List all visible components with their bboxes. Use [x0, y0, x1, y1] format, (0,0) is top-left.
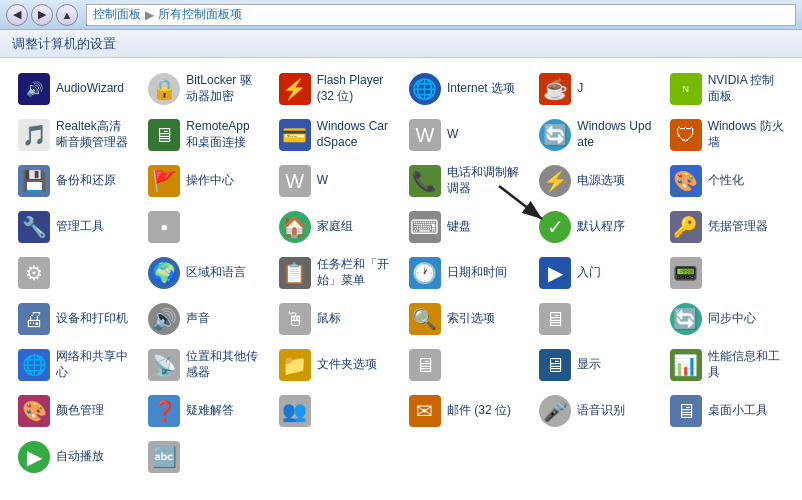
grid-item-datetime[interactable]: 🕐日期和时间: [401, 250, 531, 296]
grid-item-winupdate[interactable]: 🔄Windows Update: [531, 112, 661, 158]
unknown6-icon: 🖥: [539, 303, 571, 335]
address-all-items[interactable]: 所有控制面板项: [158, 6, 242, 23]
grid-item-unknown8[interactable]: 👥: [271, 388, 401, 434]
grid-item-region[interactable]: 🌍区域和语言: [140, 250, 270, 296]
internet-label: Internet 选项: [447, 81, 515, 97]
grid-item-device[interactable]: 🖨设备和打印机: [10, 296, 140, 342]
grid-item-display[interactable]: 🖥显示: [531, 342, 661, 388]
title-bar: ◀ ▶ ▲ 控制面板 ▶ 所有控制面板项: [0, 0, 802, 30]
manage-label: 管理工具: [56, 219, 104, 235]
java-icon: ☕: [539, 73, 571, 105]
grid-item-mail[interactable]: ✉邮件 (32 位): [401, 388, 531, 434]
grid-item-winfirewall[interactable]: 🛡Windows 防火墙: [662, 112, 792, 158]
grid-item-wincardspace[interactable]: 💳Windows CardSpace: [271, 112, 401, 158]
sync-label: 同步中心: [708, 311, 756, 327]
unknown5-icon: 📟: [670, 257, 702, 289]
grid-item-sync[interactable]: 🔄同步中心: [662, 296, 792, 342]
grid-item-unknown4[interactable]: ⚙: [10, 250, 140, 296]
speech-icon: 🎤: [539, 395, 571, 427]
phone-icon: 📞: [409, 165, 441, 197]
mouse-icon: 🖱: [279, 303, 311, 335]
grid-item-folder[interactable]: 📁文件夹选项: [271, 342, 401, 388]
up-button[interactable]: ▲: [56, 4, 78, 26]
autoplay-label: 自动播放: [56, 449, 104, 465]
grid-item-default[interactable]: ✓默认程序: [531, 204, 661, 250]
internet-icon: 🌐: [409, 73, 441, 105]
troubleshoot-icon: ❓: [148, 395, 180, 427]
grid-item-location[interactable]: 📡位置和其他传感器: [140, 342, 270, 388]
grid-item-color[interactable]: 🎨颜色管理: [10, 388, 140, 434]
troubleshoot-label: 疑难解答: [186, 403, 234, 419]
indexing-icon: 🔍: [409, 303, 441, 335]
indexing-label: 索引选项: [447, 311, 495, 327]
display-label: 显示: [577, 357, 601, 373]
datetime-label: 日期和时间: [447, 265, 507, 281]
grid-item-unknown6[interactable]: 🖥: [531, 296, 661, 342]
grid-item-nvidia[interactable]: NNVIDIA 控制面板: [662, 66, 792, 112]
getstarted-label: 入门: [577, 265, 601, 281]
grid-item-sound[interactable]: 🔊声音: [140, 296, 270, 342]
grid-item-manage[interactable]: 🔧管理工具: [10, 204, 140, 250]
folder-label: 文件夹选项: [317, 357, 377, 373]
audiowizard-label: AudioWizard: [56, 81, 124, 97]
device-label: 设备和打印机: [56, 311, 128, 327]
grid-item-unknown9[interactable]: 🔤: [140, 434, 270, 480]
grid-item-audiowizard[interactable]: 🔊AudioWizard: [10, 66, 140, 112]
grid-item-taskbar[interactable]: 📋任务栏和「开始」菜单: [271, 250, 401, 296]
grid-item-flash[interactable]: ⚡Flash Player (32 位): [271, 66, 401, 112]
grid-item-remoteapp[interactable]: 🖥RemoteApp 和桌面连接: [140, 112, 270, 158]
display-icon: 🖥: [539, 349, 571, 381]
audiowizard-icon: 🔊: [18, 73, 50, 105]
grid-item-indexing[interactable]: 🔍索引选项: [401, 296, 531, 342]
grid-item-internet[interactable]: 🌐Internet 选项: [401, 66, 531, 112]
grid-item-perf[interactable]: 📊性能信息和工具: [662, 342, 792, 388]
grid-item-unknown3[interactable]: ▪: [140, 204, 270, 250]
grid-item-unknown1[interactable]: WW: [401, 112, 531, 158]
realtek-label: Realtek高清晰音频管理器: [56, 119, 132, 150]
grid-item-unknown5[interactable]: 📟: [662, 250, 792, 296]
region-label: 区域和语言: [186, 265, 246, 281]
grid-item-autoplay[interactable]: ▶自动播放: [10, 434, 140, 480]
grid-item-troubleshoot[interactable]: ❓疑难解答: [140, 388, 270, 434]
perf-label: 性能信息和工具: [708, 349, 784, 380]
back-button[interactable]: ◀: [6, 4, 28, 26]
unknown8-icon: 👥: [279, 395, 311, 427]
sound-label: 声音: [186, 311, 210, 327]
grid-item-realtek[interactable]: 🎵Realtek高清晰音频管理器: [10, 112, 140, 158]
mouse-label: 鼠标: [317, 311, 341, 327]
grid-item-desktop[interactable]: 🖥桌面小工具: [662, 388, 792, 434]
grid-item-network[interactable]: 🌐网络和共享中心: [10, 342, 140, 388]
winfirewall-icon: 🛡: [670, 119, 702, 151]
grid-item-homegroup[interactable]: 🏠家庭组: [271, 204, 401, 250]
grid-item-personalize[interactable]: 🎨个性化: [662, 158, 792, 204]
realtek-icon: 🎵: [18, 119, 50, 151]
region-icon: 🌍: [148, 257, 180, 289]
grid-item-keyboard[interactable]: ⌨键盘: [401, 204, 531, 250]
forward-button[interactable]: ▶: [31, 4, 53, 26]
grid-item-actioncenter[interactable]: 🚩操作中心: [140, 158, 270, 204]
flash-label: Flash Player (32 位): [317, 73, 393, 104]
address-bar[interactable]: 控制面板 ▶ 所有控制面板项: [86, 4, 796, 26]
grid-item-credentials[interactable]: 🔑凭据管理器: [662, 204, 792, 250]
address-control-panel[interactable]: 控制面板: [93, 6, 141, 23]
power-icon: ⚡: [539, 165, 571, 197]
grid-item-backup[interactable]: 💾备份和还原: [10, 158, 140, 204]
grid-item-phone[interactable]: 📞电话和调制解调器: [401, 158, 531, 204]
manage-icon: 🔧: [18, 211, 50, 243]
grid-item-unknown7[interactable]: 🖥: [401, 342, 531, 388]
default-icon: ✓: [539, 211, 571, 243]
grid-item-unknown2[interactable]: WW: [271, 158, 401, 204]
grid-item-mouse[interactable]: 🖱鼠标: [271, 296, 401, 342]
bitlocker-label: BitLocker 驱动器加密: [186, 73, 262, 104]
grid-item-speech[interactable]: 🎤语音识别: [531, 388, 661, 434]
taskbar-label: 任务栏和「开始」菜单: [317, 257, 393, 288]
grid-item-getstarted[interactable]: ▶入门: [531, 250, 661, 296]
folder-icon: 📁: [279, 349, 311, 381]
sound-icon: 🔊: [148, 303, 180, 335]
grid-item-power[interactable]: ⚡电源选项: [531, 158, 661, 204]
grid-item-bitlocker[interactable]: 🔒BitLocker 驱动器加密: [140, 66, 270, 112]
java-label: J: [577, 81, 583, 97]
grid-item-java[interactable]: ☕J: [531, 66, 661, 112]
homegroup-label: 家庭组: [317, 219, 353, 235]
desktop-label: 桌面小工具: [708, 403, 768, 419]
